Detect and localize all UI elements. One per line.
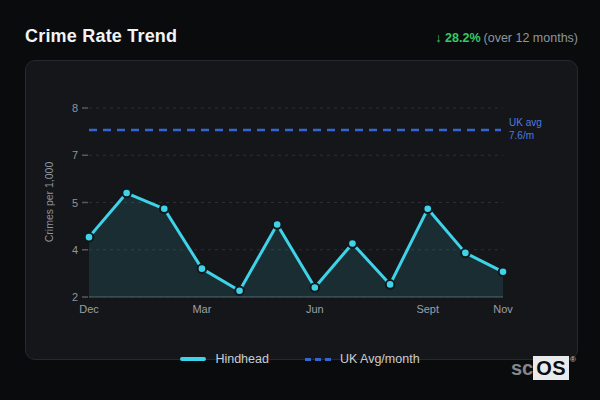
legend-item-uk-avg[interactable]: UK Avg/month (305, 352, 420, 366)
crime-trend-chart: 87542DecMarJunSeptNovCrimes per 1,000UK … (26, 61, 578, 360)
data-point-Mar[interactable] (198, 264, 207, 273)
data-point-Jan[interactable] (122, 189, 131, 198)
x-tick-label: Mar (192, 303, 211, 315)
series-area-fill (89, 193, 503, 297)
legend-item-hindhead[interactable]: Hindhead (180, 352, 269, 366)
x-tick-label: Nov (493, 303, 513, 315)
legend-label: Hindhead (215, 352, 269, 366)
x-tick-label: Jun (306, 303, 324, 315)
x-tick-label: Dec (79, 303, 99, 315)
header: Crime Rate Trend ↓ 28.2%(over 12 months) (25, 26, 578, 47)
x-tick-label: Sept (416, 303, 439, 315)
data-point-Aug[interactable] (386, 280, 395, 289)
data-point-Feb[interactable] (160, 205, 169, 214)
data-point-Sept[interactable] (423, 205, 432, 214)
data-point-Jun[interactable] (311, 283, 320, 292)
hindhead-line-swatch-icon (180, 357, 206, 361)
data-point-Jul[interactable] (348, 239, 357, 248)
data-point-Oct[interactable] (461, 249, 470, 258)
trend-value: 28.2% (445, 31, 480, 45)
uk-avg-dashed-swatch-icon (305, 358, 331, 361)
trend-caption: (over 12 months) (484, 31, 578, 45)
registered-trademark-icon: ® (570, 356, 576, 364)
y-tick-label: 5 (72, 197, 78, 209)
data-point-Dec[interactable] (85, 233, 94, 242)
y-tick-label: 4 (72, 244, 78, 256)
scos-logo: scOS® (511, 356, 576, 380)
x-axis-labels: DecMarJunSeptNov (79, 303, 513, 315)
y-axis-title: Crimes per 1,000 (43, 162, 55, 243)
down-arrow-icon: ↓ (435, 31, 441, 45)
chart-card: 87542DecMarJunSeptNovCrimes per 1,000UK … (25, 60, 578, 360)
data-point-May[interactable] (273, 220, 282, 229)
uk-avg-label-line1: UK avg (509, 117, 542, 128)
y-tick-label: 2 (72, 291, 78, 303)
y-tick-label: 7 (72, 149, 78, 161)
logo-prefix: sc (511, 356, 533, 380)
data-point-Nov[interactable] (499, 268, 508, 277)
trend-stat: ↓ 28.2%(over 12 months) (435, 31, 578, 45)
legend-label: UK Avg/month (340, 352, 420, 366)
page-title: Crime Rate Trend (25, 26, 177, 47)
data-point-Apr[interactable] (235, 286, 244, 295)
uk-avg-label-line2: 7.6/m (509, 130, 534, 141)
logo-boxed-text: OS (533, 356, 569, 380)
y-tick-label: 8 (72, 102, 78, 114)
page: Crime Rate Trend ↓ 28.2%(over 12 months)… (0, 0, 600, 400)
